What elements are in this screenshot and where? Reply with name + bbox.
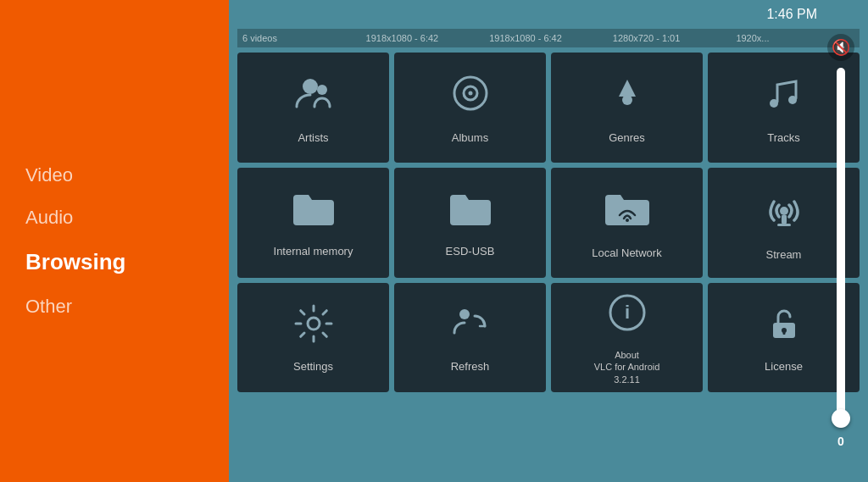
main-content: 1:46 PM 6 videos 1918x1080 - 6:42 1918x1…	[229, 0, 868, 482]
volume-thumb	[832, 409, 850, 428]
refresh-label: Refresh	[451, 360, 490, 374]
clock: 1:46 PM	[766, 7, 817, 22]
local-network-icon	[604, 188, 651, 235]
artist-icon	[293, 73, 334, 119]
cell-refresh[interactable]: Refresh	[394, 283, 546, 392]
about-label: About VLC for Android 3.2.11	[594, 349, 660, 385]
cell-about[interactable]: i About VLC for Android 3.2.11	[551, 283, 703, 392]
volume-value: 0	[837, 435, 844, 448]
svg-point-5	[622, 95, 632, 105]
svg-point-4	[468, 91, 472, 96]
svg-point-6	[770, 99, 778, 108]
stream-icon	[762, 186, 806, 236]
tracks-icon	[764, 73, 804, 119]
tools-row: Settings Refresh	[237, 283, 860, 392]
cell-albums[interactable]: Albums	[394, 53, 546, 163]
albums-label: Albums	[452, 131, 488, 146]
volume-icon[interactable]: 🔇	[827, 34, 854, 61]
strip-cell-2: 1918x1080 - 6:42	[489, 33, 608, 43]
svg-point-1	[317, 85, 327, 95]
topbar: 1:46 PM	[229, 0, 868, 29]
album-icon	[450, 73, 491, 119]
svg-point-12	[308, 318, 320, 330]
svg-point-13	[459, 309, 470, 319]
svg-point-0	[303, 79, 318, 94]
license-label: License	[765, 360, 803, 374]
settings-label: Settings	[293, 360, 333, 374]
genres-icon	[607, 73, 648, 119]
browsing-row: Internal memory ESD-USB	[237, 168, 860, 278]
sidebar-item-other[interactable]: Other	[25, 285, 203, 328]
local-network-label: Local Network	[592, 247, 661, 261]
stream-label: Stream	[766, 248, 802, 263]
genres-label: Genres	[609, 131, 645, 146]
volume-slider[interactable]	[837, 68, 845, 428]
strip-cell-3: 1280x720 - 1:01	[613, 33, 732, 43]
esd-usb-icon	[448, 190, 492, 233]
svg-rect-11	[777, 224, 791, 226]
esd-usb-label: ESD-USB	[446, 245, 495, 259]
settings-icon	[294, 304, 333, 348]
sidebar: Video Audio Browsing Other	[0, 0, 229, 482]
refresh-icon	[451, 304, 490, 348]
tracks-label: Tracks	[767, 131, 800, 146]
top-strip: 6 videos 1918x1080 - 6:42 1918x1080 - 6:…	[237, 29, 860, 47]
strip-cell-1: 1918x1080 - 6:42	[366, 33, 485, 43]
volume-panel: 🔇 0	[826, 34, 856, 448]
svg-rect-10	[782, 215, 787, 224]
cell-internal-memory[interactable]: Internal memory	[237, 168, 389, 278]
svg-rect-18	[782, 330, 785, 335]
svg-point-7	[788, 96, 797, 104]
cell-settings[interactable]: Settings	[237, 283, 389, 392]
svg-text:i: i	[624, 302, 629, 323]
internal-memory-label: Internal memory	[274, 245, 353, 259]
sidebar-item-browsing[interactable]: Browsing	[25, 239, 203, 285]
cell-esd-usb[interactable]: ESD-USB	[394, 168, 546, 278]
cell-artists[interactable]: Artists	[237, 53, 389, 163]
audio-row: Artists Albums	[237, 53, 860, 163]
license-icon	[765, 304, 804, 348]
svg-point-9	[780, 207, 788, 215]
internal-memory-icon	[292, 190, 336, 233]
sidebar-item-video[interactable]: Video	[25, 154, 203, 197]
cell-local-network[interactable]: Local Network	[551, 168, 703, 278]
svg-point-8	[626, 219, 629, 222]
grid-container: 6 videos 1918x1080 - 6:42 1918x1080 - 6:…	[229, 29, 868, 482]
cell-genres[interactable]: Genres	[551, 53, 703, 163]
artists-label: Artists	[298, 131, 328, 146]
about-icon: i	[608, 293, 647, 337]
sidebar-item-audio[interactable]: Audio	[25, 197, 203, 239]
strip-cell-0: 6 videos	[242, 33, 361, 43]
